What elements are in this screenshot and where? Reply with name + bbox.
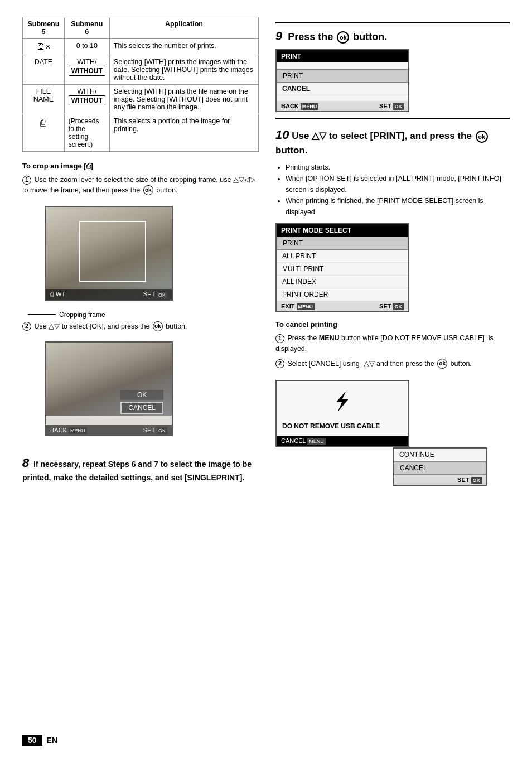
top-rule	[275, 22, 510, 23]
ok-circle-step10: ok	[476, 131, 488, 143]
step8: 8 If necessary, repeat Steps 6 and 7 to …	[22, 454, 259, 484]
table-row: FILE NAME WITH/WITHOUT Selecting [WITH] …	[23, 85, 259, 114]
cancel-button-display: CANCEL	[120, 402, 163, 414]
pms-print: PRINT	[277, 237, 408, 250]
continue-cancel-screen: CONTINUE CANCEL SET OK	[393, 447, 487, 486]
row1-app: This selects the number of prints.	[109, 39, 258, 55]
row1-sub5: 🖻×	[23, 39, 65, 55]
continue-item: CONTINUE	[394, 449, 486, 461]
crop-label-row: Cropping frame	[28, 311, 259, 319]
crop-section: To crop an image [⎙] 1 Use the zoom leve…	[22, 162, 259, 443]
set-label: SET OK	[143, 427, 167, 433]
step10-bullets: Printing starts. When [OPTION SET] is se…	[275, 162, 510, 218]
camera-screen-2-wrapper: ⎙ OK CANCEL BACK MENU SET OK	[45, 336, 173, 442]
pms-all-print: ALL PRINT	[277, 250, 408, 263]
menu-tag-4: MENU	[297, 303, 315, 310]
step9-number: 9	[275, 29, 282, 43]
bottom-right-label: SET OK	[143, 291, 167, 297]
footer-exit: EXIT MENU	[281, 303, 315, 310]
usb-screen: DO NOT REMOVE USB CABLE CANCEL MENU	[275, 380, 409, 447]
screen-title-print: PRINT	[277, 50, 408, 62]
step-circle-1: 1	[22, 176, 31, 185]
step2-text: 2 Use △▽ to select [OK], and press the o…	[22, 321, 259, 332]
ok-tag-5: OK	[471, 477, 482, 484]
screen-cancel-item: CANCEL	[277, 83, 408, 95]
bullet-1: Printing starts.	[286, 162, 510, 173]
step9-screen: PRINT PRINT CANCEL BACK MENU SET OK	[275, 49, 409, 112]
ok-tag-2: OK	[157, 427, 167, 434]
pms-all-index: ALL INDEX	[277, 276, 408, 288]
col-header-application: Application	[109, 17, 258, 39]
screen-spacer	[277, 62, 408, 69]
cancel-step1: 1 Press the MENU button while [DO NOT RE…	[275, 333, 510, 354]
ok-tag-4: OK	[393, 303, 404, 310]
row4-sub5: ⎙	[23, 114, 65, 152]
footer-set2: SET OK	[379, 303, 404, 310]
print-mode-screen: PRINT MODE SELECT PRINT ALL PRINT MULTI …	[275, 223, 409, 312]
step8-text: If necessary, repeat Steps 6 and 7 to se…	[22, 460, 252, 482]
pms-print-order: PRINT ORDER	[277, 288, 408, 301]
screen-print-item: PRINT	[277, 69, 408, 83]
screen9-footer: BACK MENU SET OK	[277, 101, 408, 111]
bottom-left-label: ⎙ WT	[50, 291, 65, 297]
right-column: 9 Press the ok button. PRINT PRINT CANCE…	[275, 17, 510, 740]
footer-set: SET OK	[379, 103, 404, 109]
screen-spacer2	[277, 95, 408, 101]
usb-do-not-remove-text: DO NOT REMOVE USB CABLE	[282, 422, 380, 430]
menu-tag-3: MENU	[301, 103, 319, 110]
camera-image-1	[46, 207, 172, 300]
step10-heading: 10 Use △▽ to select [PRINT], and press t…	[275, 127, 510, 157]
row2-app: Selecting [WITH] prints the images with …	[109, 55, 258, 85]
ok-button-display: OK	[120, 390, 163, 400]
cancel-circle-2: 2	[275, 359, 284, 368]
cancel-section: To cancel printing 1 Press the MENU butt…	[275, 320, 510, 486]
row3-app: Selecting [WITH] prints the file name on…	[109, 85, 258, 114]
crop-frame	[79, 221, 146, 282]
menu-tag-5: MENU	[307, 438, 326, 445]
screen2-buttons: OK CANCEL	[120, 390, 163, 414]
menu-tag-2: MENU	[69, 427, 87, 434]
col-header-submenu6: Submenu6	[64, 17, 109, 39]
row1-sub6: 0 to 10	[64, 39, 109, 55]
table-row: 🖻× 0 to 10 This selects the number of pr…	[23, 39, 259, 55]
camera-screen-1: ⎙ WT SET OK	[45, 206, 173, 301]
step10-number: 10	[275, 128, 289, 142]
pms-multi-print: MULTI PRINT	[277, 263, 408, 276]
ok-circle-step9: ok	[337, 31, 349, 44]
step-circle-2: 2	[22, 322, 31, 331]
continue-footer: SET OK	[394, 475, 486, 485]
cancel-circle-1: 1	[275, 334, 284, 343]
step1-text: 1 Use the zoom lever to select the size …	[22, 175, 259, 196]
row3-sub5: FILE NAME	[23, 85, 65, 114]
usb-screen-body: DO NOT REMOVE USB CABLE	[277, 381, 408, 436]
crop-frame-label: Cropping frame	[59, 311, 105, 319]
ok-circle-cancel: ok	[437, 359, 447, 369]
row3-sub6: WITH/WITHOUT	[64, 85, 109, 114]
crop-title: To crop an image [⎙]	[22, 162, 259, 170]
footer-back: BACK MENU	[281, 103, 318, 109]
table-row: ⎙ (Proceedsto thesettingscreen.) This se…	[23, 114, 259, 152]
camera-screen-1-wrapper: ⎙ WT SET OK	[45, 200, 173, 306]
step9-heading: 9 Press the ok button.	[275, 29, 510, 44]
usb-cancel-bar: CANCEL MENU	[277, 436, 408, 446]
pms-footer: EXIT MENU SET OK	[277, 301, 408, 311]
row2-sub5: DATE	[23, 55, 65, 85]
page-footer: 50 EN	[22, 735, 57, 746]
ok-tag: OK	[157, 292, 167, 298]
cancel-item: CANCEL	[394, 461, 486, 475]
row4-app: This selects a portion of the image for …	[109, 114, 258, 152]
cancel-title: To cancel printing	[275, 320, 510, 329]
page-en: EN	[47, 736, 57, 745]
back-label: BACK MENU	[50, 427, 87, 433]
usb-screens-container: DO NOT REMOVE USB CABLE CANCEL MENU CONT…	[275, 374, 487, 486]
mid-rule	[275, 118, 510, 119]
cancel-step2: 2 Select [CANCEL] using △▽ and then pres…	[275, 359, 510, 369]
row2-sub6: WITH/WITHOUT	[64, 55, 109, 85]
ok-tag-3: OK	[393, 103, 404, 110]
table-row: DATE WITH/WITHOUT Selecting [WITH] print…	[23, 55, 259, 85]
without-box: WITHOUT	[69, 66, 105, 76]
ok-circle-small: ok	[143, 185, 153, 195]
settings-table: Submenu5 Submenu6 Application 🖻× 0 to 10…	[22, 17, 259, 152]
col-header-submenu5: Submenu5	[23, 17, 65, 39]
usb-icon	[282, 389, 403, 417]
